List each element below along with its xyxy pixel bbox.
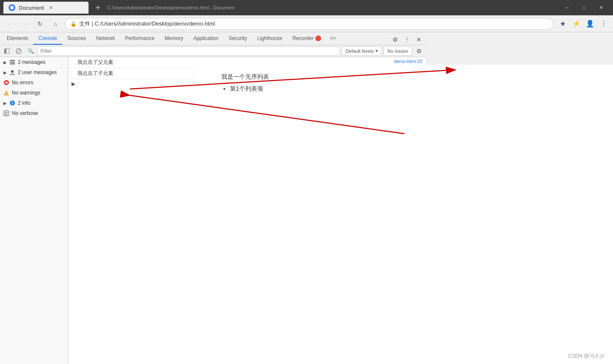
svg-rect-4 <box>10 60 15 61</box>
svg-text:!: ! <box>6 92 7 96</box>
forward-button[interactable]: → <box>19 18 31 30</box>
sidebar-icon <box>4 48 10 54</box>
expand-arrow-messages: ▶ <box>3 60 7 65</box>
svg-text:✕: ✕ <box>5 80 8 85</box>
expand-object-triangle[interactable]: ▶ <box>72 81 75 87</box>
verbose-icon <box>3 110 9 116</box>
verbose-label: No verbose <box>12 110 38 116</box>
clear-console-button[interactable] <box>14 46 24 56</box>
warnings-label: No warnings <box>12 90 40 96</box>
messages-icon <box>9 59 15 65</box>
content-area: 我是一个无序列表 第1个列表项 Elements Console Sources <box>0 32 613 364</box>
clear-icon <box>16 48 22 54</box>
info-label: 2 info <box>18 100 30 106</box>
console-filter-input[interactable] <box>37 46 340 56</box>
console-sidebar: ▶ 2 messages ▶ 2 user mes <box>0 57 68 364</box>
window-controls: ─ □ ✕ <box>559 0 610 15</box>
console-sidebar-toggle[interactable] <box>2 46 12 56</box>
tab-console[interactable]: Console <box>33 33 62 45</box>
tab-application[interactable]: Application <box>188 33 223 45</box>
minimize-button[interactable]: ─ <box>559 0 576 15</box>
svg-rect-1 <box>6 49 9 54</box>
bookmark-button[interactable]: ★ <box>557 18 569 30</box>
home-button[interactable]: ⌂ <box>49 18 61 30</box>
no-issues-button[interactable]: No Issues <box>384 46 412 56</box>
main-layout: Document ✕ + C:/Users/Administrator/Desk… <box>0 0 613 364</box>
page-content: 我是一个无序列表 第1个列表项 <box>196 65 613 364</box>
tab-memory[interactable]: Memory <box>160 33 188 45</box>
nav-actions: ★ ⚡ 👤 ⋮ <box>557 18 610 30</box>
user-messages-icon <box>9 69 15 75</box>
devtools-close-button[interactable]: ✕ <box>414 34 424 45</box>
warning-icon: ! <box>3 90 9 96</box>
sidebar-item-errors[interactable]: ✕ No errors <box>0 77 68 88</box>
expand-arrow-info: ▶ <box>3 101 7 106</box>
refresh-button[interactable]: ↻ <box>34 18 46 30</box>
tab-favicon <box>9 4 15 11</box>
new-tab-button[interactable]: + <box>92 2 104 14</box>
title-bar: Document ✕ + C:/Users/Administrator/Desk… <box>0 0 613 15</box>
browser-window: Document ✕ + C:/Users/Administrator/Desk… <box>0 0 613 364</box>
user-messages-label: 2 user messages <box>18 69 57 75</box>
tab-network[interactable]: Network <box>91 33 120 45</box>
svg-rect-6 <box>10 63 15 64</box>
console-settings-button[interactable]: ⚙ <box>414 46 424 56</box>
svg-point-7 <box>11 70 14 73</box>
page-list: 第1个列表项 <box>230 85 613 93</box>
expand-arrow-user-messages: ▶ <box>3 70 7 75</box>
navigation-bar: ← → ↻ ⌂ 🔒 文件 | C:/Users/Administrator/De… <box>0 15 613 32</box>
svg-rect-0 <box>4 49 6 54</box>
tab-elements[interactable]: Elements <box>2 33 33 45</box>
devtools-tabs-bar: Elements Console Sources Network Perform… <box>0 32 426 45</box>
info-icon: i <box>9 100 15 106</box>
sidebar-item-user-messages[interactable]: ▶ 2 user messages <box>0 67 68 77</box>
list-item-1: 第1个列表项 <box>230 85 613 93</box>
console-toolbar: 🔍 Default levels ▾ No Issues ⚙ <box>0 45 426 57</box>
errors-label: No errors <box>12 80 33 86</box>
error-icon: ✕ <box>3 80 9 86</box>
tab-title: Document <box>19 5 44 11</box>
back-button[interactable]: ← <box>3 18 15 30</box>
address-bar-icon: 🔒 <box>70 21 77 27</box>
sidebar-item-verbose[interactable]: No verbose <box>0 108 68 118</box>
default-levels-button[interactable]: Default levels ▾ <box>342 46 382 56</box>
devtools-more-button[interactable]: ⋮ <box>402 34 412 45</box>
maximize-button[interactable]: □ <box>576 0 593 15</box>
svg-rect-15 <box>5 112 8 113</box>
address-bar[interactable]: 🔒 文件 | C:/Users/Administrator/Desktop/de… <box>65 18 553 30</box>
page-list-title: 我是一个无序列表 <box>221 73 613 81</box>
source-link-1[interactable]: demo.html:20 <box>394 59 422 64</box>
devtools-controls: ⚙ ⋮ ✕ <box>390 34 424 45</box>
console-search-button[interactable]: 🔍 <box>26 46 36 56</box>
svg-rect-16 <box>5 113 7 114</box>
tab-security[interactable]: Security <box>223 33 252 45</box>
menu-button[interactable]: ⋮ <box>598 18 610 30</box>
tab-lighthouse[interactable]: Lighthouse <box>252 33 287 45</box>
browser-tab-document[interactable]: Document ✕ <box>3 2 89 14</box>
devtools-settings-button[interactable]: ⚙ <box>390 34 400 45</box>
sidebar-item-info[interactable]: ▶ i 2 info <box>0 98 68 108</box>
close-button[interactable]: ✕ <box>593 0 610 15</box>
profile-button[interactable]: 👤 <box>584 18 596 30</box>
svg-line-3 <box>17 49 20 53</box>
title-bar-url-text: C:/Users/Administrator/Desktop/demo/demo… <box>107 5 235 10</box>
svg-rect-5 <box>10 62 15 63</box>
sidebar-item-messages[interactable]: ▶ 2 messages <box>0 57 68 67</box>
tab-recorder[interactable]: Recorder 🔴 <box>287 33 327 45</box>
svg-rect-17 <box>5 115 8 115</box>
title-bar-space: C:/Users/Administrator/Desktop/demo/demo… <box>107 5 555 10</box>
messages-label: 2 messages <box>18 59 46 65</box>
tab-close-button[interactable]: ✕ <box>47 4 54 11</box>
sidebar-item-warnings[interactable]: ! No warnings <box>0 88 68 98</box>
tab-performance[interactable]: Performance <box>120 33 160 45</box>
more-tabs-button[interactable]: >> <box>327 33 339 45</box>
address-bar-text: 文件 | C:/Users/Administrator/Desktop/demo… <box>79 20 215 28</box>
svg-text:i: i <box>12 101 13 106</box>
tab-sources[interactable]: Sources <box>62 33 91 45</box>
extensions-button[interactable]: ⚡ <box>570 18 582 30</box>
watermark: CSDN @冯大少 <box>568 353 604 360</box>
